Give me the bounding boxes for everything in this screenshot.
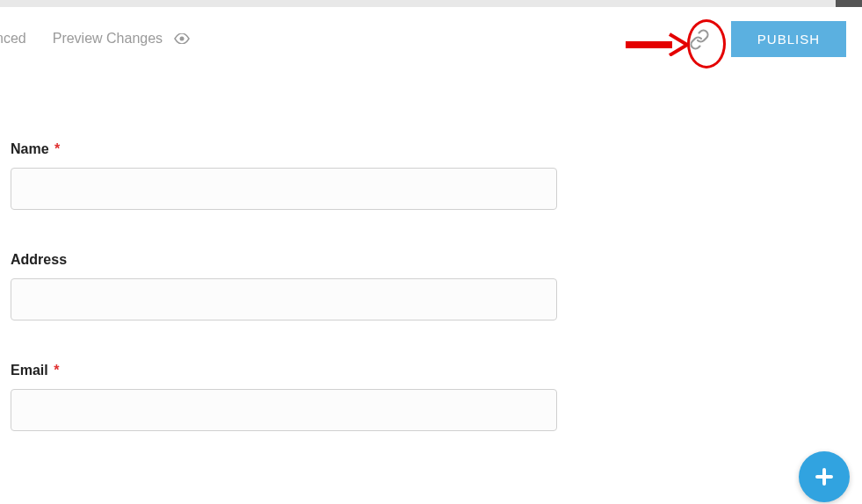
field-label-address: Address (11, 252, 558, 268)
add-fab-button[interactable] (799, 451, 850, 502)
header: nced Preview Changes PUBLISH (0, 7, 862, 71)
label-text: Email (11, 363, 48, 378)
label-text: Address (11, 252, 67, 267)
required-asterisk: * (54, 141, 60, 156)
top-bar-dark-segment (836, 0, 862, 7)
preview-changes-label: Preview Changes (53, 31, 163, 46)
link-icon-button[interactable] (685, 25, 714, 54)
form-field-name: Name * (11, 141, 558, 210)
tab-advanced-cut[interactable]: nced (0, 31, 26, 47)
form-field-address: Address (11, 252, 558, 320)
required-asterisk: * (54, 363, 59, 378)
address-input[interactable] (11, 278, 557, 320)
field-label-name: Name * (11, 141, 558, 157)
header-left: nced Preview Changes (0, 31, 190, 47)
plus-icon (814, 466, 835, 487)
form-field-email: Email * (11, 363, 558, 431)
eye-icon (174, 32, 190, 47)
preview-changes-tab[interactable]: Preview Changes (53, 31, 190, 47)
header-right: PUBLISH (685, 21, 846, 57)
form-area: Name * Address Email * (0, 71, 558, 431)
top-bar (0, 0, 862, 7)
link-icon (689, 29, 710, 50)
svg-point-0 (179, 36, 184, 40)
name-input[interactable] (11, 168, 557, 210)
label-text: Name (11, 141, 49, 156)
publish-button[interactable]: PUBLISH (731, 21, 846, 57)
field-label-email: Email * (11, 363, 558, 378)
email-input[interactable] (11, 389, 557, 431)
